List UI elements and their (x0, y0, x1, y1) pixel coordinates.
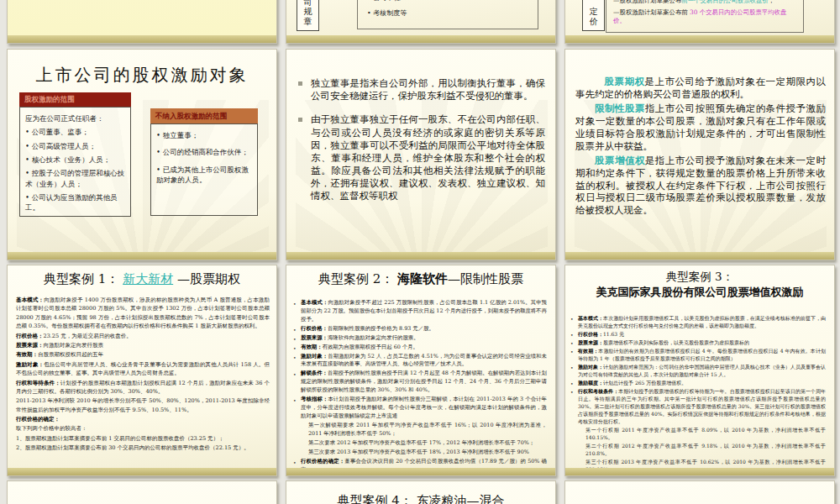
bullet-item: 公司章程 (367, 0, 533, 3)
case-line-text: 有效期为自股票期权授予日起 60 个月。 (323, 344, 418, 350)
case-line: 2011-2013 年净利润较 2010 年的增长率分别不低于 50%、80%、… (16, 396, 270, 414)
case2-body: 基本模式：向激励对象授予不超过 225 万股限制性股票，占公司股本总额 1.1 … (301, 299, 547, 475)
case-line-text: 本计划首期授予激励对象的限制性股票分三期解锁，本计划在 2011-2013 年的… (301, 396, 547, 419)
in-scope-intro: 应为在公司正式任职者： (25, 113, 125, 123)
case-line-label: 股票来源： (578, 339, 603, 345)
case-line: 第二次要求 2012 年加权平均净资产收益率不低于 17%，2012 年净利润增… (301, 439, 547, 448)
bullet-item: 公司认为应当激励的其他员工。 (25, 192, 125, 213)
case-line-text: 首期激励对象为 52 人，占员工总数的 4.51%，均为公司董事会认定的对公司经… (301, 353, 547, 368)
case-line-text: 计划的激励对象范围为：公司聘任的非中国国籍的中层管理人员及核心技术（业务）人员及… (578, 364, 826, 377)
slide-independent-director[interactable]: 独立董事是指来自公司外部，用以制衡执行董事，确保公司安全稳健运行，保护股东利益不… (286, 49, 556, 260)
case-line: 取下列两个价格中的较高者： (16, 424, 270, 433)
case-line-text: 下列价格较高者：（一）美克股份增值权激励计划草案摘要公布前 1 交易日的美克股份… (578, 475, 826, 476)
instrument-paragraph: 股票增值权是指上市公司授予激励对象在未来一定时期和约定条件下，获得规定数量的股票… (575, 155, 826, 218)
case-line-label: 有效期： (301, 344, 323, 350)
slide-blank-top-left[interactable] (7, 0, 277, 44)
case-line-text: 海隆软件向激励对象定向发行的股票。 (328, 334, 419, 341)
slide-pricing[interactable]: 定价 增发新股的定价采取下列两个价格孰高的原则： —股权激励计划草案公布前一个交… (564, 0, 835, 44)
case-line: 第一次解锁期要求 2011 年加权平均净资产收益率不低于 16%；以 2010 … (301, 422, 547, 438)
case-line: 行权价格的确定： (16, 415, 270, 423)
case-line-label: 行权和考核条件： (578, 388, 618, 394)
case-line-text: 1、股票期权激励计划草案摘要公布前 1 交易日的公司标的股票收盘价（23.25 … (16, 435, 224, 442)
bullet-item: 公司的经销商和合作伙伴； (156, 147, 252, 157)
case-line-text: 向激励对象授予 1400 万份股票期权，涉及的标的股票种类为人民币 A 股普通股… (16, 297, 270, 329)
bullet-item: 公司高级管理人员； (25, 141, 125, 151)
case-line-label: 股票来源： (301, 334, 328, 341)
bullet-item: 控股子公司的管理层和核心技术（业务）人员； (25, 168, 125, 189)
case-line-text: 首期限制性股票的授予价格为 8.93 元／股。 (328, 325, 434, 332)
slide-sorter-board: 司规章 公司章程考核制度等 定价 增发新股的定价采取下列两个价格孰高的原则： —… (0, 0, 840, 504)
slide-case3-meike[interactable]: 典型案例 3： 美克国际家具股份有限公司股票增值权激励 基本模式：本次激励计划采… (564, 265, 835, 476)
instrument-paragraph: 股票期权是上市公司给予激励对象在一定期限内以事先约定的价格购买公司普通股的权利。 (575, 76, 826, 101)
case-line: 行权价格：首期限制性股票的授予价格为 8.93 元／股。 (301, 325, 547, 333)
case-line-label: 基本模式： (16, 297, 44, 303)
company-name-link[interactable]: 新大新材 (123, 271, 173, 286)
bullet-item: 核心技术（业务）人员； (25, 155, 125, 165)
case-line: 基本模式：向激励对象授予不超过 225 万股限制性股票，占公司股本总额 1.1 … (301, 299, 547, 324)
slide-incentive-targets[interactable]: 上市公司的股权激励对象 股权激励的范围 应为在公司正式任职者： 公司董事、监事；… (7, 49, 277, 260)
slide-case4-donglin[interactable]: 典型案例 4： 东凌粮油—混合 (286, 480, 556, 504)
case-line: 股票来源：海隆软件向激励对象定向发行的股票。 (301, 334, 547, 343)
case-line: 行权和考核条件：本期计划授予的股票增值权的行权等待期为一年。自股票增值权授权日起… (578, 387, 826, 425)
case-line-label: 激励对象： (578, 364, 603, 370)
slide-case1-xindaxincai[interactable]: 典型案例 1： 新大新材 —股票期权 基本模式：向激励对象授予 1400 万份股… (7, 265, 277, 476)
case-line: 股票来源：股票增值权不涉及到实际股份，以美克股份股票作为虚拟股票标的 (578, 339, 826, 346)
slide-blank-bottom-right[interactable] (564, 480, 835, 504)
bullet-list: 独立董事是指来自公司外部，用以制衡执行董事，确保公司安全稳健运行，保护股东利益不… (295, 77, 545, 203)
case-line: 第三次要求 2013 年加权平均净资产收益率不低于 18%，2013 年净利润增… (301, 449, 547, 457)
case-line: 行权价格：11.63 元 (578, 330, 826, 338)
slide-blank-bottom-left[interactable] (7, 480, 277, 504)
slide-incentive-instruments[interactable]: 股票期权是上市公司给予激励对象在一定期限内以事先约定的价格购买公司普通股的权利。… (564, 49, 835, 260)
case-line-label: 行权价格： (301, 325, 328, 332)
case-line: 基本模式：向激励对象授予 1400 万份股票期权，涉及的标的股票种类为人民币 A… (16, 296, 270, 331)
case-line: 考核指标：本计划首期授予激励对象的限制性股票分三期解锁，本计划在 2011-20… (301, 396, 547, 421)
case-line: 第二个行权期 2012 年度净资产收益率不低于 9.18%，以 2010 年为基… (578, 442, 826, 457)
case-line: 1、股票期权激励计划草案摘要公布前 1 交易日的公司标的股票收盘价（23.25 … (16, 434, 270, 443)
case-line: 激励对象：包括公司中高层管理人员、核心业务骨干及董事会认为需要激励的其他人员共计… (16, 360, 270, 378)
case-line-label: 行权价格的确定： (578, 475, 619, 476)
case-line: 行权价格：23.25 元，为最近交易日的收盘价。 (16, 332, 270, 340)
instrument-paragraphs: 股票期权是上市公司给予激励对象在一定期限内以事先约定的价格购买公司普通股的权利。… (575, 76, 826, 218)
case-line-label: 基本模式： (301, 299, 328, 306)
rule-text: —股权激励计划草案公布前 (613, 8, 690, 16)
case-line-text: 第一个行权期 2011 年度净资产收益率不低于 8.09%，以 2010 年为基… (585, 427, 826, 440)
case-line-text: 11.63 元 (603, 331, 624, 337)
case-line-text: 向激励对象定向发行股票 (44, 342, 104, 349)
case-line: 激励对象：计划的激励对象范围为：公司聘任的非中国国籍的中层管理人员及核心技术（业… (578, 363, 826, 378)
case-line: 激励对象：首期激励对象为 52 人，占员工总数的 4.51%，均为公司董事会认定… (301, 353, 547, 370)
rule-text: ； (769, 0, 774, 4)
case3-body: 基本模式：本次激励计划采用股票增值权工具，以美克股份为虚拟标的股票，在满足业绩考… (578, 314, 826, 476)
case-line-label: 行权价格的确定： (301, 458, 344, 465)
case-line-label: 激励额度： (578, 380, 603, 386)
slide-case2-hailong[interactable]: 典型案例 2： 海隆软件—限制性股票 基本模式：向激励对象授予不超过 225 万… (286, 265, 556, 476)
in-scope-box: 应为在公司正式任职者： 公司董事、监事；公司高级管理人员；核心技术（业务）人员；… (19, 107, 131, 217)
case-line: 第三个行权期 2013 年度净资产收益率不低于 10.62%，以 2010 年为… (578, 458, 826, 473)
slide-title: 上市公司的股权激励对象 (8, 64, 276, 87)
case-line-text: 首期授予的限制性股票自授予日满 12 个月起至 48 个月为解锁期。在解锁期内若… (301, 370, 547, 393)
case-line: 第一个行权期 2011 年度净资产收益率不低于 8.09%，以 2010 年为基… (578, 426, 826, 441)
pricing-rule-1: —股权激励计划草案公布前一个交易日的公司股票收盘价； (613, 0, 799, 5)
bullet-item: 由于独立董事独立于任何一股东、不在公司内部任职、与公司或公司人员没有经济的或家庭… (295, 113, 545, 202)
case-line-label: 有效期： (16, 351, 38, 358)
rule-highlight-teal: 前一个交易日的公司股票收盘价 (681, 0, 768, 4)
out-scope-header: 不纳入股权激励的范围 (150, 108, 258, 123)
case-line-text: 第三次要求 2013 年加权平均净资产收益率不低于 18%，2013 年净利润增… (308, 449, 529, 455)
case-line-text: 2011-2013 年净利润较 2010 年的增长率分别不低于 50%、80%、… (16, 397, 270, 412)
case-line-label: 基本模式： (578, 315, 603, 321)
case-line-label: 解锁条件： (301, 370, 328, 376)
case-line: 行权价格的确定：下列价格较高者：（一）美克股份增值权激励计划草案摘要公布前 1 … (578, 474, 826, 476)
side-label-box: 定价 (582, 0, 605, 31)
case4-title: 典型案例 4： 东凌粮油—混合 (286, 493, 555, 504)
instrument-term: 股票期权 (605, 76, 645, 87)
bullet-item: 独立董事； (156, 130, 252, 140)
bullet-item: 独立董事是指来自公司外部，用以制衡执行董事，确保公司安全稳健运行，保护股东利益不… (295, 77, 545, 102)
case-line-text: 23.25 元，为最近交易日的收盘价。 (44, 333, 132, 339)
instrument-paragraph: 限制性股票指上市公司按照预先确定的条件授予激励对象一定数量的本公司股票，激励对象… (575, 102, 826, 153)
case1-title: 典型案例 1： 新大新材 —股票期权 (8, 271, 276, 287)
case1-body: 基本模式：向激励对象授予 1400 万份股票期权，涉及的标的股票种类为人民币 A… (16, 296, 270, 454)
slide-company-rules[interactable]: 司规章 公司章程考核制度等 (286, 0, 556, 44)
case-line: 2、股票期权激励计划草案摘要公布前 30 个交易日内的公司标的股票平均收盘价（2… (16, 444, 270, 452)
bullet-item: 考核制度等 (367, 8, 533, 18)
case-line-text: 第二个行权期 2012 年度净资产收益率不低于 9.18%，以 2010 年为基… (585, 443, 826, 456)
bullet-item: 公司董事、监事； (25, 127, 125, 137)
